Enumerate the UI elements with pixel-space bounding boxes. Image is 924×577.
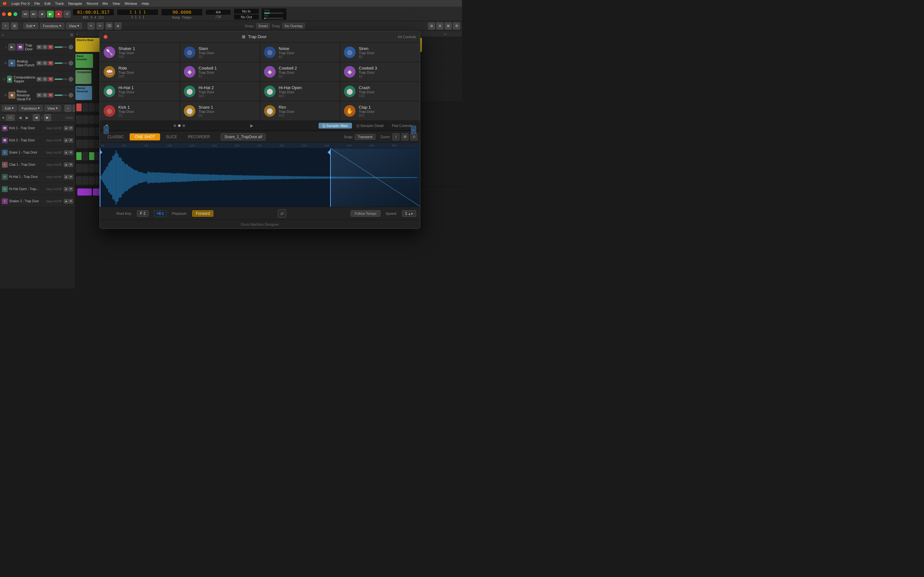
volume-slider[interactable] <box>55 95 67 96</box>
step-down[interactable]: ▼ <box>69 175 73 179</box>
step-up[interactable]: ▲ <box>64 126 68 131</box>
drum-track-item[interactable]: C Clap 1 - Trap Door Step On/Off ▲ ▼ <box>0 159 75 171</box>
record-menu[interactable]: Record <box>87 2 98 5</box>
drum-pad-shaker-1[interactable]: 🥄 Shaker 1 Trap Door F#2 <box>100 43 180 62</box>
drum-pad-cowbell-1[interactable]: ◆ Cowbell 1 Trap Door F1 <box>180 62 260 81</box>
volume-slider[interactable] <box>55 47 67 48</box>
step-cell[interactable] <box>76 152 82 160</box>
step-cell[interactable] <box>89 103 95 111</box>
view-menu-button[interactable]: View ▾ <box>66 23 82 29</box>
bpm-value[interactable]: 90.0000 <box>161 9 203 16</box>
track-item[interactable]: 28 ◼ Remix Reverse Vocal FX M S R <box>0 87 75 103</box>
waveform-settings-button[interactable]: ⚙ <box>410 133 417 140</box>
pad-color-purple[interactable] <box>78 189 92 195</box>
speed-up-icon[interactable]: ▲▼ <box>408 213 413 215</box>
functions-menu-button[interactable]: Functions ▾ <box>40 23 64 29</box>
tune-value[interactable]: +8 c <box>153 210 167 217</box>
loop-button[interactable]: ↺ <box>63 11 71 18</box>
record-arm-button[interactable]: R <box>48 61 53 65</box>
drum-pad-hi-hat-1[interactable]: ⬤ Hi-Hat 1 Trap Door F#1 <box>100 82 180 101</box>
reverse-button[interactable]: ⇄ <box>278 210 286 218</box>
apple-menu[interactable]: 🍎 <box>3 1 7 5</box>
pagination-dot-3[interactable] <box>183 124 185 127</box>
sampler-next-arrow[interactable]: ▶ <box>249 122 255 129</box>
snap-value-selector[interactable]: Transient <box>355 134 375 140</box>
app-name[interactable]: Logic Pro X <box>11 2 30 5</box>
main-time[interactable]: 01:00:01.917 <box>73 9 114 16</box>
solo-button[interactable]: S <box>42 45 47 49</box>
fast-forward-button[interactable]: ⏭ <box>30 11 37 18</box>
view-menu[interactable]: View <box>113 2 120 5</box>
volume-slider[interactable] <box>55 79 67 80</box>
follow-tempo-button[interactable]: Follow Tempo <box>351 210 381 217</box>
pointer-tool[interactable]: ↖ <box>87 23 95 29</box>
functions-bottom-menu[interactable]: Functions ▾ <box>19 105 43 111</box>
record-arm-button[interactable]: R <box>48 77 53 81</box>
step-up[interactable]: ▲ <box>64 138 68 143</box>
playback-value[interactable]: Forward <box>192 210 213 217</box>
prev-arrow[interactable]: ◀ <box>17 114 23 121</box>
edit-menu-button[interactable]: Edit ▾ <box>23 23 38 29</box>
drum-pad-cowbell-2[interactable]: ◆ Cowbell 2 Trap Door G1 <box>260 62 340 81</box>
step-cell[interactable] <box>76 103 82 111</box>
step-up[interactable]: ▲ <box>64 175 68 179</box>
play-button[interactable]: ▶ <box>47 11 54 18</box>
snap-value[interactable]: Smart <box>256 23 270 29</box>
record-arm-button[interactable]: R <box>48 93 53 97</box>
step-cell[interactable] <box>82 164 88 172</box>
timesig-main[interactable]: 4/4 <box>205 9 231 15</box>
loop-start-marker[interactable] <box>100 148 100 207</box>
navigate-menu[interactable]: Navigate <box>68 2 82 5</box>
drum-pad-clap-1[interactable]: ✋ Clap 1 Trap Door D#1 <box>340 101 420 121</box>
track-list-options-icon[interactable]: ⊟ <box>70 33 73 37</box>
division-selector[interactable]: /16 <box>6 114 15 121</box>
step-cell[interactable] <box>89 152 95 160</box>
drum-pad-cowbell-3[interactable]: ◆ Cowbell 3 Trap Door A1 <box>340 62 420 81</box>
solo-button[interactable]: S <box>42 77 47 81</box>
loop-region-start-btn[interactable]: ◁ <box>103 126 109 134</box>
step-down[interactable]: ▼ <box>69 187 73 191</box>
step-cell[interactable] <box>82 140 88 148</box>
solo-button[interactable]: S <box>42 93 47 97</box>
track-item[interactable]: 26 ◈ Analog Saw Punch M S R <box>0 55 75 71</box>
filename-selector[interactable]: Snare_1_TrapDoor.aif <box>221 133 266 140</box>
track-expand-icon[interactable]: ▶ <box>8 44 15 51</box>
step-down[interactable]: ▼ <box>69 150 73 155</box>
track-menu[interactable]: Track <box>55 2 64 5</box>
track-options-button[interactable]: ⊞ <box>11 23 18 29</box>
drum-track-item[interactable]: 🥁 Kick 1 - Trap Door Step On/Off ▲ ▼ <box>0 122 75 134</box>
drum-pad-snare-1[interactable]: ⬤ Snare 1 Trap Door D1 <box>180 101 260 121</box>
window-close[interactable] <box>2 12 6 16</box>
step-cell[interactable] <box>89 140 95 148</box>
track-item[interactable]: 1 ▶ 🥁 Trap Door M S R <box>0 39 75 55</box>
step-cell[interactable] <box>89 176 95 185</box>
step-up[interactable]: ▲ <box>64 163 68 167</box>
step-cell[interactable] <box>76 115 82 124</box>
q-sampler-detail-tab[interactable]: Q-Sampler Detail <box>352 123 387 129</box>
quantize-right[interactable]: ▶ <box>44 114 51 121</box>
drum-pad-rim[interactable]: ⬤ Rim Trap Door C#1 <box>260 101 340 121</box>
pagination-dot-1[interactable] <box>174 124 176 127</box>
step-down[interactable]: ▼ <box>69 126 73 131</box>
instruments-icon[interactable]: ♪ <box>65 105 71 112</box>
drum-pad-hi-hat-2[interactable]: ⬤ Hi-Hat 2 Trap Door G#1 <box>180 82 260 101</box>
speed-value[interactable]: 1 ▲▼ <box>402 210 416 217</box>
drum-pad-kick-1[interactable]: ◎ Kick 1 Trap Door C1 <box>100 101 180 121</box>
region[interactable]: Bass Knocks <box>75 54 93 68</box>
region[interactable]: Remix Reverse <box>75 86 92 100</box>
drum-pad-ride[interactable]: 🥁 Ride Trap Door D#2 <box>100 62 180 81</box>
drum-track-item[interactable]: H Hi-Hat Open - Trap... Step On/Off ▲ ▼ <box>0 183 75 195</box>
pads-icon[interactable]: ⊞ <box>73 105 75 112</box>
recorder-tab[interactable]: RECORDER <box>183 133 215 140</box>
solo-button[interactable]: S <box>42 61 47 65</box>
window-menu[interactable]: Window <box>124 2 137 5</box>
step-cell[interactable] <box>89 115 95 124</box>
zoom-wave-out[interactable]: ⊟ <box>401 133 409 140</box>
view-bottom-menu[interactable]: View ▾ <box>45 105 61 111</box>
mute-button[interactable]: M <box>37 45 42 49</box>
step-cell[interactable] <box>82 127 88 136</box>
edit-menu[interactable]: Edit <box>45 2 51 5</box>
drum-track-item[interactable]: S Snare 1 - Trap Door Step On/Off ▲ ▼ <box>0 147 75 159</box>
step-cell[interactable] <box>89 127 95 136</box>
out-point[interactable]: No Out <box>234 14 259 20</box>
